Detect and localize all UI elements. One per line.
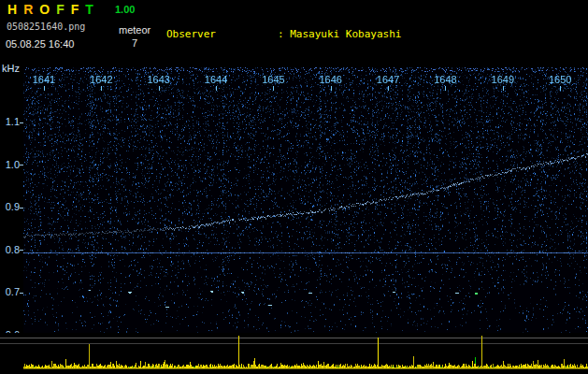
time-tick: [159, 86, 160, 91]
time-label: 1648: [431, 74, 459, 85]
frequency-axis-unit: kHz: [2, 63, 20, 74]
time-tick: [331, 86, 332, 91]
time-tick: [388, 86, 389, 91]
time-tick: [560, 86, 561, 91]
signal-level-canvas: [0, 333, 588, 374]
logo-letter: F: [56, 2, 65, 17]
time-label: 1643: [145, 74, 173, 85]
time-tick: [503, 86, 504, 91]
app-logo: HROFFT: [7, 2, 100, 17]
info-row-observer: Observer: Masayuki Kobayashi: [166, 28, 581, 41]
freq-label: 0.8: [0, 244, 20, 255]
time-tick: [216, 86, 217, 91]
info-label: Observer: [166, 28, 278, 41]
observation-datetime: 05.08.25 16:40: [6, 38, 74, 50]
freq-tick: [20, 165, 23, 165]
freq-tick: [20, 250, 23, 251]
freq-label: 0.9: [0, 201, 20, 212]
hrofft-window: HROFFT 1.00 0508251640.png meteor 7 05.0…: [0, 0, 588, 374]
time-label: 1642: [87, 74, 115, 85]
logo-letter: R: [23, 2, 33, 17]
freq-label: 0.7: [0, 286, 20, 297]
freq-tick: [20, 122, 23, 123]
app-version: 1.00: [115, 4, 135, 15]
time-tick: [101, 86, 102, 91]
output-filename: 0508251640.png: [7, 22, 85, 32]
freq-label: 1.0: [0, 159, 20, 170]
meteor-count-label: meteor: [119, 24, 151, 36]
time-label: 1647: [374, 74, 402, 85]
time-label: 1649: [489, 74, 517, 85]
info-separator: :: [278, 28, 290, 40]
freq-label: 1.1: [0, 116, 20, 127]
time-label: 1644: [202, 74, 230, 85]
freq-tick: [20, 293, 23, 294]
info-value: Masayuki Kobayashi: [290, 28, 401, 40]
time-tick: [445, 86, 446, 91]
logo-letter: O: [39, 2, 50, 17]
logo-letter: T: [85, 2, 93, 17]
time-label: 1641: [30, 74, 58, 85]
time-label: 1645: [259, 74, 287, 85]
logo-letter: H: [7, 2, 17, 17]
time-tick: [273, 86, 274, 91]
time-label: 1650: [546, 74, 574, 85]
freq-tick: [20, 208, 23, 209]
meteor-count-value: 7: [132, 37, 137, 49]
logo-letter: F: [71, 2, 79, 17]
time-tick: [44, 86, 45, 91]
spectrogram-canvas: [23, 67, 588, 334]
time-label: 1646: [317, 74, 345, 85]
